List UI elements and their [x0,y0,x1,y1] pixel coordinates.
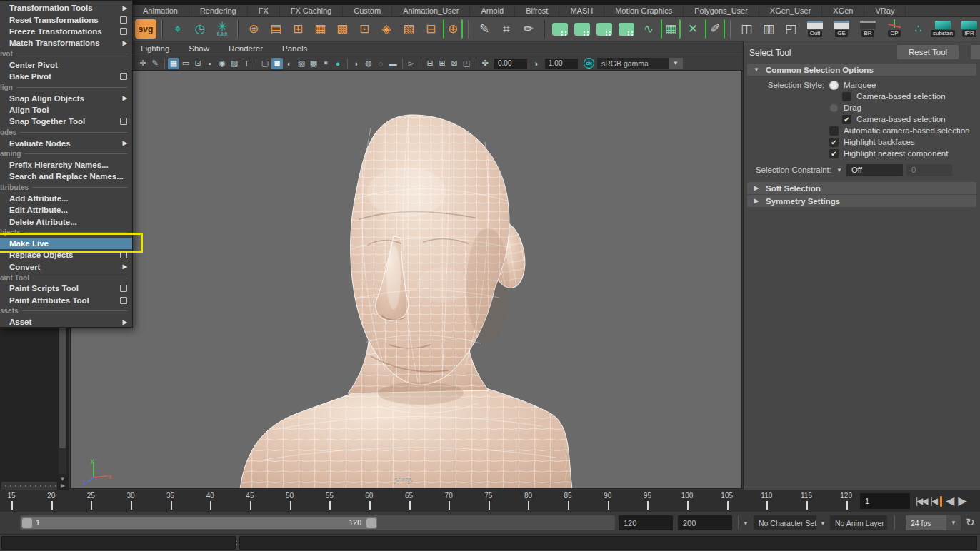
mash-world-button[interactable]: ⊕ [443,19,463,39]
range-end-handle[interactable] [366,518,376,528]
mash-id-button[interactable]: ⊡ [354,19,374,39]
option-box-icon[interactable] [120,16,127,24]
mash-dynamics-button[interactable]: ⊟ [421,19,441,39]
anim-layer-field[interactable]: No Anim Layer [830,515,887,530]
go-to-start-button[interactable]: |◀◀ [916,493,927,509]
shelf-tab-xgen[interactable]: XGen [822,5,864,16]
default-lighting-icon[interactable]: ✶ [320,58,331,69]
menu-item-edit-attribute[interactable]: Edit Attribute... [0,204,132,216]
outliner-window-button[interactable]: Outl [803,21,827,37]
fps-dropdown-arrow-icon[interactable]: ▼ [946,515,961,530]
paint-scatter-tool-button[interactable]: ∴ [909,19,929,39]
select-highlight-icon[interactable]: ▻ [406,58,417,69]
motion-blur-icon[interactable]: ◌ [375,58,386,69]
menu-item-convert[interactable]: Convert▶ [0,261,132,273]
knife-tool-button[interactable]: ✐ [705,19,725,39]
menu-item-match-transformations[interactable]: Match Transformations▶ [0,37,132,49]
option-box-icon[interactable] [120,28,127,35]
menu-item-reset-transformations[interactable]: Reset Transformations [0,14,132,25]
shelf-tab-bifrost[interactable]: Bifrost [515,5,559,16]
viewport-menu-panels[interactable]: Panels [282,44,307,53]
wireframe-on-shaded-icon[interactable]: ◐ [284,58,295,69]
curve-pencil-tool-button[interactable]: ✎ [474,19,494,39]
mash-grid-button[interactable]: ▦ [310,19,330,39]
highlight-backfaces-checkbox[interactable]: ✔ [829,138,839,147]
collapse-arrow-icon[interactable]: ▼ [747,66,766,73]
shelf-tab-fx-caching[interactable]: FX Caching [280,5,343,16]
play-forwards-button[interactable]: ▶ [958,493,966,509]
shelf-tab-animation[interactable]: Animation [132,5,189,16]
soft-selection-header[interactable]: ▶Soft Selection [747,182,976,194]
common-selection-options-header[interactable]: ▼ Common Selection Options [747,64,976,76]
locator-tool-button[interactable]: ⌖ [168,19,188,39]
menu-item-center-pivot[interactable]: Center Pivot [0,59,132,71]
resolution-gate-icon[interactable]: ⊡ [192,58,204,69]
menu-item-prefix-hierarchy-names[interactable]: Prefix Hierarchy Names... [0,159,132,171]
viewport-menu-show[interactable]: Show [189,44,209,53]
wireframe-mode-icon[interactable]: ▢ [259,58,271,69]
menu-item-freeze-transformations[interactable]: Freeze Transformations [0,26,132,37]
drag-radio[interactable] [829,103,839,113]
expand-arrow-icon[interactable]: ▶ [747,185,766,191]
viewport-menu-lighting[interactable]: Lighting [141,44,169,53]
poly-surface-button[interactable] [594,19,614,39]
shelf-tab-mash[interactable]: MASH [559,5,604,16]
textured-mode-icon[interactable]: ▧ [296,58,307,69]
playback-loop-icon[interactable]: ↻ [966,516,975,529]
shelf-tab-animation-user[interactable]: Animation_User [392,5,470,16]
help-line-field[interactable] [239,536,977,550]
isolate-select-icon[interactable]: ◳ [461,58,472,69]
track-camera-icon[interactable]: ✛ [137,58,149,69]
range-slider-track[interactable]: 1 120 [20,515,615,530]
ipr-render-button[interactable]: IPR [957,21,980,37]
batch-render-button[interactable]: BR [856,21,880,37]
camera-based-selection-checkbox[interactable]: ✔ [842,115,851,124]
menu-item-snap-align-objects[interactable]: Snap Align Objects▶ [0,92,132,103]
animation-end-field[interactable]: 200 [678,515,732,530]
menu-item-add-attribute[interactable]: Add Attribute... [0,193,132,204]
image-plate-icon[interactable]: ▬ [387,58,399,69]
mash-waiter-button[interactable]: ⊜ [244,19,264,39]
panel-layout-b-icon[interactable]: ⊞ [436,58,448,69]
grid-toggle-icon[interactable]: ▦ [168,58,179,69]
fps-dropdown[interactable]: 24 fps [906,515,946,530]
shelf-tab-arnold[interactable]: Arnold [470,5,515,16]
shadows-toggle-icon[interactable]: ◗ [351,58,362,69]
mash-falloff-button[interactable]: ▧ [399,19,419,39]
anim-layer-menu-arrow-icon[interactable]: ▼ [820,520,826,527]
vscroll-thumb[interactable] [59,315,66,448]
option-box-icon[interactable] [120,118,127,125]
mash-visibility-button[interactable]: ◈ [376,19,396,39]
layout-three-pane-button[interactable]: ▥ [759,19,779,39]
viewport-canvas[interactable]: y x z persp [70,71,742,489]
graph-editor-window-button[interactable]: GE [829,21,854,37]
command-line-grip[interactable] [236,540,238,546]
marquee-radio[interactable] [829,81,839,90]
poly-shell-button[interactable] [572,19,592,39]
exposure-icon[interactable]: ✣ [479,58,491,69]
option-box-icon[interactable] [120,297,127,304]
menu-item-asset[interactable]: Asset▶ [0,316,132,328]
mash-replicator-button[interactable]: ⊞ [288,19,308,39]
menu-item-delete-attribute[interactable]: Delete Attribute... [0,216,132,227]
menu-item-search-and-replace-names[interactable]: Search and Replace Names... [0,171,132,182]
menu-item-paint-attributes-tool[interactable]: Paint Attributes Tool [0,294,132,305]
current-frame-field[interactable]: 1 [860,493,910,509]
option-box-icon[interactable] [120,285,127,292]
shelf-tab-xgen-user[interactable]: XGen_User [759,5,822,16]
ambient-occlusion-icon[interactable]: ◍ [363,58,374,69]
image-plane-icon[interactable]: ▨ [229,58,240,69]
shelf-tab-fx[interactable]: FX [248,5,280,16]
layout-pane-resize-button[interactable]: ◰ [781,19,801,39]
shaded-mode-icon[interactable]: ◼ [271,58,283,69]
gamma-field[interactable]: 1.00 [545,59,578,69]
automatic-camera-based-selection-checkbox[interactable] [829,126,839,136]
shelf-tab-custom[interactable]: Custom [343,5,392,16]
pencil-annotate-icon[interactable]: ✎ [149,58,161,69]
zero-transforms-button[interactable]: ✳0,0,0 [212,19,232,39]
shelf-tab-rendering[interactable]: Rendering [189,5,248,16]
playback-range-bar[interactable]: 1 120 [21,517,377,529]
menu-item-align-tool[interactable]: Align Tool [0,104,132,116]
use-all-lights-icon[interactable]: ▩ [308,58,319,69]
cross-section-tool-button[interactable]: ✕ [683,19,703,39]
